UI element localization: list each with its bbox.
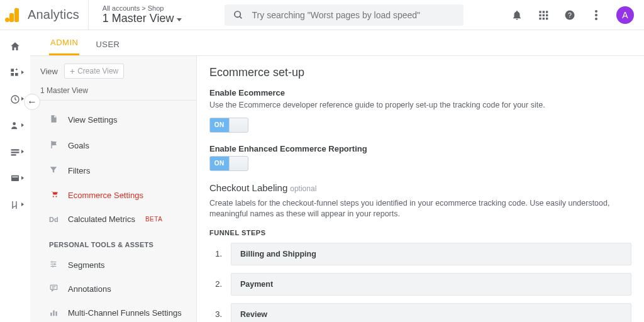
svg-rect-18: [15, 73, 18, 76]
tab-user[interactable]: USER: [94, 32, 121, 55]
svg-rect-7: [546, 14, 548, 16]
nav-label: Ecommerce Settings: [68, 191, 143, 200]
create-view-label: Create View: [77, 67, 118, 75]
svg-point-32: [52, 266, 53, 267]
svg-point-14: [595, 14, 597, 16]
svg-rect-24: [12, 177, 18, 177]
nav-filters[interactable]: Filters: [30, 158, 196, 183]
nav-label: Segments: [68, 260, 105, 270]
brand-name: Analytics: [24, 8, 79, 22]
main-panel: Ecommerce set-up Enable Ecommerce Use th…: [197, 56, 644, 322]
rail-audience-icon[interactable]: [9, 119, 21, 132]
apps-icon[interactable]: [537, 9, 550, 21]
account-selector[interactable]: All accounts > Shop 1 Master View: [94, 4, 182, 25]
svg-rect-20: [16, 69, 17, 70]
svg-rect-10: [546, 18, 548, 19]
svg-rect-33: [50, 285, 57, 289]
nav-calculated-metrics[interactable]: Dd Calculated Metrics BETA: [30, 208, 196, 231]
toggle-on-label: ON: [210, 157, 230, 170]
checkout-labeling-heading: Checkout Labelingoptional: [209, 182, 631, 193]
avatar[interactable]: A: [616, 6, 634, 24]
create-view-button[interactable]: + Create View: [64, 64, 124, 79]
svg-rect-4: [546, 11, 548, 13]
rail-conversions-icon[interactable]: [9, 199, 21, 211]
nav-goals[interactable]: Goals: [30, 133, 196, 158]
step-box[interactable]: Billing and Shipping: [231, 243, 631, 265]
checkout-labeling-help: Create labels for the checkout-funnel st…: [209, 198, 625, 220]
svg-rect-36: [50, 313, 52, 316]
tab-admin[interactable]: ADMIN: [49, 30, 79, 55]
search-icon: [232, 9, 245, 21]
svg-point-0: [235, 11, 240, 17]
enable-ecommerce-heading: Enable Ecommerce: [209, 88, 631, 97]
svg-point-30: [52, 262, 53, 263]
svg-rect-9: [543, 18, 545, 19]
enable-enhanced-toggle[interactable]: ON: [209, 156, 248, 171]
nav-label: Filters: [68, 166, 90, 175]
left-rail: [0, 30, 30, 322]
enable-enhanced-heading: Enable Enhanced Ecommerce Reporting: [209, 144, 631, 153]
nav-label: Calculated Metrics: [68, 214, 135, 224]
nav-ecommerce-settings[interactable]: Ecommerce Settings: [30, 183, 196, 208]
step-box[interactable]: Payment: [231, 273, 631, 296]
filter-icon: [49, 165, 60, 176]
optional-label: optional: [290, 184, 316, 193]
svg-rect-6: [543, 14, 545, 16]
nav-multichannel[interactable]: Multi-Channel Funnels Settings: [30, 301, 196, 322]
nav-segments[interactable]: Segments: [30, 253, 196, 277]
view-name: 1 Master View: [103, 12, 174, 25]
chevron-down-icon: [177, 18, 182, 21]
personal-section-header: PERSONAL TOOLS & ASSETS: [30, 231, 196, 253]
file-icon: [49, 114, 60, 126]
plus-icon: +: [70, 68, 75, 74]
svg-rect-38: [55, 311, 57, 316]
rail-customization-icon[interactable]: [9, 67, 21, 79]
back-button[interactable]: ←: [24, 94, 40, 110]
admin-tabbar: ADMIN USER: [30, 30, 644, 56]
top-header: Analytics All accounts > Shop 1 Master V…: [0, 0, 644, 30]
funnel-step-row: 1. Billing and Shipping: [209, 243, 631, 265]
rail-realtime-icon[interactable]: [9, 93, 21, 106]
svg-point-22: [13, 122, 16, 125]
rail-acquisition-icon[interactable]: [9, 146, 21, 158]
notifications-icon[interactable]: [511, 9, 523, 21]
dd-icon: Dd: [49, 216, 60, 223]
nav-label: View Settings: [68, 115, 118, 125]
svg-rect-17: [11, 73, 14, 76]
step-number: 2.: [209, 279, 222, 289]
step-number: 3.: [209, 309, 222, 319]
segments-icon: [49, 260, 60, 270]
step-number: 1.: [209, 249, 222, 258]
svg-point-31: [54, 264, 55, 265]
search-input[interactable]: [252, 10, 456, 20]
rail-behavior-icon[interactable]: [9, 172, 21, 185]
nav-label: Goals: [68, 141, 89, 150]
svg-point-13: [595, 10, 597, 13]
svg-rect-23: [11, 175, 19, 181]
svg-rect-5: [539, 14, 541, 16]
nav-view-settings[interactable]: View Settings: [30, 107, 196, 133]
funnel-steps-heading: FUNNEL STEPS: [209, 229, 631, 236]
cart-icon: [49, 190, 60, 201]
logo-block: Analytics: [5, 0, 89, 30]
nav-annotations[interactable]: Annotations: [30, 277, 196, 301]
svg-line-1: [240, 16, 242, 18]
funnel-step-row: 2. Payment: [209, 273, 631, 296]
chat-icon: [49, 284, 60, 294]
rail-home-icon[interactable]: [9, 40, 21, 53]
beta-badge: BETA: [145, 216, 162, 223]
current-view-name[interactable]: 1 Master View: [30, 82, 196, 101]
more-icon[interactable]: [590, 9, 602, 21]
flag-icon: [49, 140, 60, 152]
svg-point-15: [595, 18, 597, 20]
bars-icon: [49, 308, 60, 319]
svg-text:?: ?: [568, 11, 572, 18]
svg-rect-2: [539, 11, 541, 13]
search-bar[interactable]: [225, 4, 464, 26]
help-icon[interactable]: ?: [564, 9, 576, 21]
view-selector[interactable]: 1 Master View: [103, 12, 182, 25]
step-box[interactable]: Review: [231, 303, 631, 323]
enable-ecommerce-toggle[interactable]: ON: [209, 118, 248, 133]
nav-label: Annotations: [68, 284, 111, 294]
view-column: View + Create View 1 Master View ← View …: [30, 56, 197, 322]
